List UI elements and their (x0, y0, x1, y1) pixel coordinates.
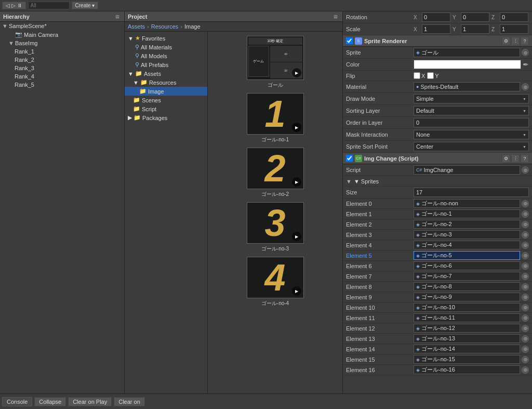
element-select-btn-4[interactable]: ◎ (522, 242, 529, 249)
collapse-button[interactable]: Collapse (34, 397, 66, 406)
scale-y-input[interactable] (461, 24, 489, 34)
flip-x-checkbox[interactable] (414, 72, 420, 79)
element-select-btn-7[interactable]: ◎ (522, 273, 529, 280)
element-field-12[interactable]: ◈ゴール-no-12 (414, 324, 520, 333)
color-field[interactable] (414, 60, 521, 69)
element-select-btn-10[interactable]: ◎ (522, 304, 529, 311)
sprite-sort-point-dropdown[interactable]: Center (414, 142, 529, 151)
tree-all-models[interactable]: ⚲ All Models (125, 51, 207, 60)
imgchange-help-icon[interactable]: ? (521, 154, 529, 163)
tree-favorites[interactable]: ▼ ★ Favorites (125, 34, 207, 43)
sprite-field[interactable]: ◈ ゴール (414, 48, 520, 57)
project-menu-icon[interactable]: ≡ (332, 12, 339, 21)
asset-goal-no3[interactable]: 3 ▶ ゴール-no-3 (247, 202, 304, 253)
asset-goal-no1[interactable]: 1 ▶ ゴール-no-1 (247, 93, 304, 143)
element-select-btn-16[interactable]: ◎ (522, 366, 529, 374)
sprite-renderer-checkbox[interactable] (346, 37, 353, 44)
path-resources[interactable]: Resources (151, 23, 179, 30)
clear-on-button[interactable]: Clear on (114, 397, 145, 406)
element-select-btn-9[interactable]: ◎ (522, 294, 529, 301)
sprite-select-btn[interactable]: ◎ (522, 49, 529, 56)
tree-script[interactable]: 📁 Script (125, 104, 207, 113)
mask-interaction-dropdown[interactable]: None (414, 130, 529, 139)
scene-button[interactable]: ◁ ▷ ⏸ (2, 2, 26, 9)
color-picker-icon[interactable]: ✒ (523, 60, 529, 69)
console-tab[interactable]: Console (2, 397, 32, 406)
element-select-btn-0[interactable]: ◎ (522, 200, 529, 207)
component-settings-icon[interactable]: ⚙ (502, 37, 510, 45)
play-btn-2[interactable]: ▶ (292, 177, 301, 187)
hierarchy-item-rank4[interactable]: Rank_4 (0, 72, 124, 81)
path-assets[interactable]: Assets (128, 23, 145, 30)
hierarchy-item-rank2[interactable]: Rank_2 (0, 56, 124, 64)
material-field[interactable]: ● Sprites-Default (414, 82, 520, 91)
element-select-btn-11[interactable]: ◎ (522, 314, 529, 322)
element-select-btn-13[interactable]: ◎ (522, 335, 529, 342)
element-select-btn-1[interactable]: ◎ (522, 210, 529, 218)
asset-goal-main[interactable]: 10秒 確定 ゲーム 4F 3F ▶ ゴール (247, 36, 304, 89)
play-btn-4[interactable]: ▶ (292, 286, 301, 296)
element-select-btn-14[interactable]: ◎ (522, 346, 529, 353)
element-field-6[interactable]: ◈ゴール-no-6 (414, 261, 520, 270)
tree-packages[interactable]: ▶ 📁 Packages (125, 113, 207, 122)
element-field-3[interactable]: ◈ゴール-no-3 (414, 230, 520, 239)
element-field-10[interactable]: ◈ゴール-no-10 (414, 303, 520, 312)
script-select-btn[interactable]: ◎ (522, 166, 529, 174)
element-field-15[interactable]: ◈ゴール-no-15 (414, 355, 520, 364)
scale-z-input[interactable] (500, 24, 528, 34)
rotation-y-input[interactable] (461, 12, 489, 22)
play-btn-main[interactable]: ▶ (292, 68, 301, 77)
element-field-1[interactable]: ◈ゴール-no-1 (414, 209, 520, 218)
imgchange-checkbox[interactable] (346, 155, 353, 162)
sorting-layer-dropdown[interactable]: Default (414, 106, 529, 115)
tree-assets[interactable]: ▼ 📁 Assets (125, 69, 207, 78)
component-help-icon[interactable]: ? (521, 37, 529, 45)
flip-y-checkbox[interactable] (427, 72, 434, 79)
hierarchy-item-baseimg[interactable]: ▼ BaseImg (0, 39, 124, 47)
hierarchy-item-main-camera[interactable]: 📷 Main Camera (0, 30, 124, 39)
create-button[interactable]: Create ▾ (72, 2, 99, 9)
size-input[interactable] (414, 188, 529, 197)
hierarchy-item-rank1[interactable]: Rank_1 (0, 47, 124, 56)
play-btn-1[interactable]: ▶ (292, 123, 301, 132)
search-input[interactable] (28, 2, 70, 9)
asset-goal-no4[interactable]: 4 ▶ ゴール-no-4 (247, 257, 304, 307)
element-field-13[interactable]: ◈ゴール-no-13 (414, 334, 520, 343)
element-field-8[interactable]: ◈ゴール-no-8 (414, 282, 520, 291)
draw-mode-dropdown[interactable]: Simple (414, 94, 529, 103)
tree-resources[interactable]: ▼ 📁 Resources (125, 78, 207, 87)
tree-scenes[interactable]: 📁 Scenes (125, 96, 207, 104)
imgchange-settings-icon[interactable]: ⚙ (502, 154, 510, 163)
element-select-btn-2[interactable]: ◎ (522, 221, 529, 228)
tree-image[interactable]: 📁 Image (125, 87, 207, 96)
element-field-5[interactable]: ◈ゴール-no-5 (414, 251, 520, 260)
material-select-btn[interactable]: ◎ (522, 83, 529, 90)
element-select-btn-8[interactable]: ◎ (522, 283, 529, 291)
element-field-4[interactable]: ◈ゴール-no-4 (414, 241, 520, 249)
element-select-btn-12[interactable]: ◎ (522, 325, 529, 332)
hierarchy-menu-icon[interactable]: ≡ (114, 12, 121, 21)
element-select-btn-6[interactable]: ◎ (522, 262, 529, 270)
hierarchy-item-scene[interactable]: ▼ SampleScene* (0, 22, 124, 30)
hierarchy-item-rank3[interactable]: Rank_3 (0, 64, 124, 72)
element-select-btn-15[interactable]: ◎ (522, 356, 529, 363)
scale-x-input[interactable] (422, 24, 450, 34)
hierarchy-item-rank5[interactable]: Rank_5 (0, 81, 124, 89)
component-more-icon[interactable]: ⋮ (511, 37, 520, 45)
element-field-9[interactable]: ◈ゴール-no-9 (414, 293, 520, 301)
element-select-btn-5[interactable]: ◎ (522, 252, 529, 259)
element-field-11[interactable]: ◈ゴール-no-11 (414, 313, 520, 322)
imgchange-more-icon[interactable]: ⋮ (511, 154, 520, 163)
order-in-layer-input[interactable] (414, 118, 529, 127)
element-field-7[interactable]: ◈ゴール-no-7 (414, 272, 520, 281)
element-field-16[interactable]: ◈ゴール-no-16 (414, 365, 520, 374)
clear-on-play-button[interactable]: Clear on Play (68, 397, 112, 406)
element-select-btn-3[interactable]: ◎ (522, 231, 529, 239)
rotation-z-input[interactable] (500, 12, 528, 22)
play-btn-3[interactable]: ▶ (292, 232, 301, 241)
element-field-14[interactable]: ◈ゴール-no-14 (414, 345, 520, 353)
element-field-2[interactable]: ◈ゴール-no-2 (414, 220, 520, 229)
asset-goal-no2[interactable]: 2 ▶ ゴール-no-2 (247, 148, 304, 198)
tree-all-prefabs[interactable]: ⚲ All Prefabs (125, 60, 207, 69)
sprites-section-header[interactable]: ▼ ▼ Sprites (343, 176, 532, 187)
